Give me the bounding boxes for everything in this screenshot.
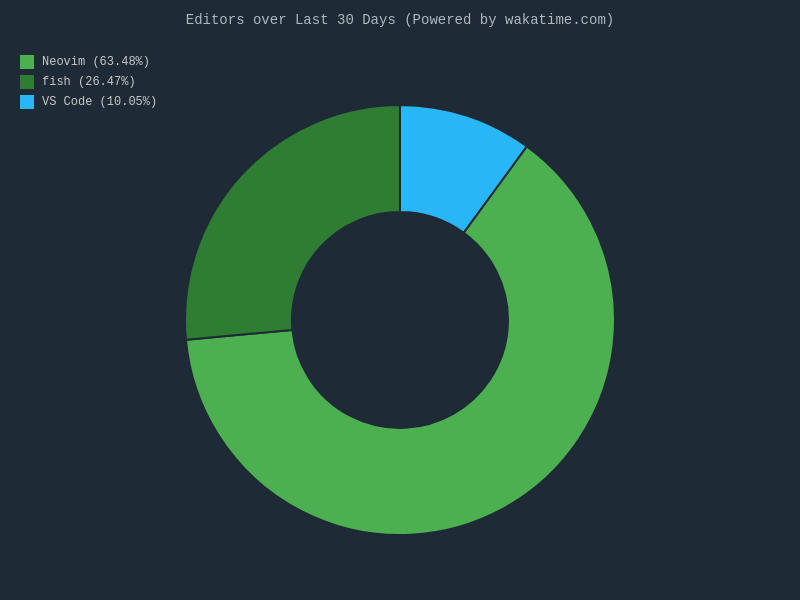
- legend-label-vscode: VS Code (10.05%): [42, 95, 157, 109]
- slice-fish: [185, 105, 400, 340]
- chart-title: Editors over Last 30 Days (Powered by wa…: [186, 12, 614, 28]
- chart-container: Editors over Last 30 Days (Powered by wa…: [0, 0, 800, 600]
- legend-item-fish: fish (26.47%): [20, 75, 157, 89]
- legend-color-neovim: [20, 55, 34, 69]
- legend-item-vscode: VS Code (10.05%): [20, 95, 157, 109]
- legend-label-fish: fish (26.47%): [42, 75, 136, 89]
- legend-label-neovim: Neovim (63.48%): [42, 55, 150, 69]
- donut-chart-wrapper: [150, 50, 650, 570]
- legend: Neovim (63.48%)fish (26.47%)VS Code (10.…: [20, 55, 157, 109]
- donut-svg: [150, 60, 650, 560]
- legend-item-neovim: Neovim (63.48%): [20, 55, 157, 69]
- legend-color-fish: [20, 75, 34, 89]
- legend-color-vscode: [20, 95, 34, 109]
